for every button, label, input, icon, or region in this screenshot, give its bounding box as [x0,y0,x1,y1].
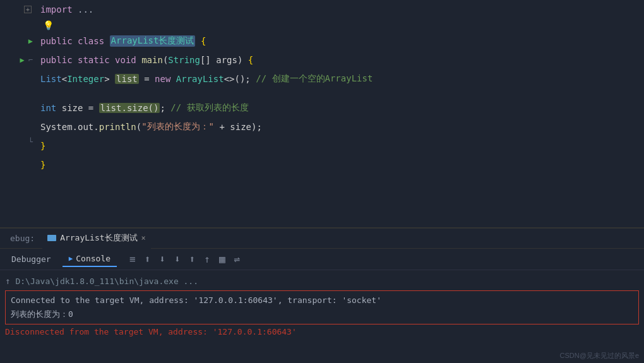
toolbar-btn-swap[interactable]: ⇌ [232,252,243,266]
bottom-panel: ebug: ArrayList长度测试 × Debugger ▶ Console… [0,227,644,363]
tab-title: ArrayList长度测试 [60,232,137,244]
run-indicator-1[interactable]: ▶ [28,37,33,45]
output-length: 列表的长度为：0 [11,307,633,321]
gutter-row-2: ▶ ⌐ [20,51,33,69]
string-literal: "列表的长度为：" [141,121,214,133]
console-arrow-icon: ▶ [69,254,73,263]
method-main: main [141,55,163,65]
toolbar-btn-down2[interactable]: ⬇ [172,252,183,266]
lightbulb-row: 💡 [40,19,644,32]
type-list: List [40,74,62,84]
code-line-blank [40,88,644,98]
import-space [73,4,78,15]
toolbar-buttons: ≡ ⬆ ⬇ ⬇ ⬆ ↑ ▦ ⇌ [127,252,242,266]
keyword-class: class [78,36,104,46]
code-line-close-main: } [40,136,644,155]
system-out: System.out. [40,122,99,132]
gutter-row-1: ▶ [28,32,33,51]
toolbar-btn-down1[interactable]: ⬇ [157,252,168,266]
console-output-box: Connected to the target VM, address: '12… [5,290,639,324]
line-gutter: + ▶ ▶ ⌐ [0,0,38,227]
gutter-row-import: + [24,0,33,19]
type-arraylist: ArrayList [176,74,224,84]
console-exec-line: ↑ D:\Java\jdk1.8.0_111\bin\java.exe ... [0,273,644,289]
run-indicator-2[interactable]: ▶ [20,56,25,64]
code-line-close-class: } [40,155,644,174]
tab-console[interactable]: ▶ Console [63,251,117,267]
code-line-list-decl: List < Integer > list = new ArrayList <>… [40,69,644,88]
gutter-row-7: └ [27,133,33,152]
type-integer: Integer [67,74,104,84]
tab-close-button[interactable]: × [141,234,146,242]
editor-area: + ▶ ▶ ⌐ [0,0,644,227]
output-connected: Connected to the target VM, address: '12… [11,294,633,307]
type-string: String [168,55,200,65]
fold-icon[interactable]: + [24,6,32,13]
keyword-int: int [40,103,56,113]
toolbar-btn-step[interactable]: ↑ [201,252,213,266]
keyword-new: new [155,74,170,84]
open-brace-main: { [248,55,253,65]
debugger-toolbar: Debugger ▶ Console ≡ ⬆ ⬇ ⬇ ⬆ ↑ ▦ ⇌ [0,249,644,270]
method-println: println [99,122,136,132]
toolbar-btn-up2[interactable]: ⬆ [187,252,198,266]
method-call-size: list.size() [99,103,160,113]
code-line-println: System.out. println ( "列表的长度为：" + size); [40,117,644,136]
keyword-static: static [78,55,110,65]
class-name: ArrayList长度测试 [110,35,196,47]
watermark: CSDN@见未见过的风景e [560,351,639,360]
toolbar-btn-up1[interactable]: ⬆ [142,252,153,266]
keyword-public-2: public [40,55,73,65]
active-tab-arraylist[interactable]: ArrayList长度测试 × [42,229,151,249]
code-line-int-size: int size = list.size() ; // 获取列表的长度 [40,98,644,117]
code-line-import: import ... [40,0,644,19]
var-list: list [115,74,139,84]
fold-bracket-2: ⌐ [28,56,33,64]
keyword-public-1: public [40,36,73,46]
toolbar-btn-grid[interactable]: ▦ [217,252,228,266]
exec-path-text: D:\Java\jdk1.8.0_111\bin\java.exe ... [15,277,198,286]
tab-file-icon [47,235,56,241]
console-disconnected: Disconnected from the target VM, address… [0,326,644,338]
code-content: import ... 💡 public class ArrayList长度测试 … [38,0,644,227]
param-args: args [216,55,237,65]
toolbar-btn-clear[interactable]: ≡ [127,252,138,266]
code-line-main: public static void main ( String [] args… [40,51,644,69]
fold-bracket-7: └ [28,138,33,146]
comment-size: // 获取列表的长度 [170,102,248,114]
keyword-import: import [40,4,73,15]
lightbulb-icon[interactable]: 💡 [43,20,54,30]
keyword-void: void [115,55,136,65]
console-up-arrow[interactable]: ↑ [5,276,10,286]
close-brace-main: } [40,141,45,151]
disconnected-text: Disconnected from the target VM, address… [5,327,297,336]
open-brace-class: { [201,36,206,46]
import-dots: ... [78,4,93,15]
close-brace-class: } [40,160,45,170]
comment-create: // 创建一个空的ArrayList [256,73,373,85]
tab-debugger[interactable]: Debugger [5,252,57,266]
code-line-class: public class ArrayList长度测试 { [40,32,644,51]
console-output-area: ↑ D:\Java\jdk1.8.0_111\bin\java.exe ... … [0,270,644,363]
tab-console-label: Console [76,254,110,263]
panel-tabs-bar: ebug: ArrayList长度测试 × [0,229,644,249]
debug-label: ebug: [5,234,40,243]
